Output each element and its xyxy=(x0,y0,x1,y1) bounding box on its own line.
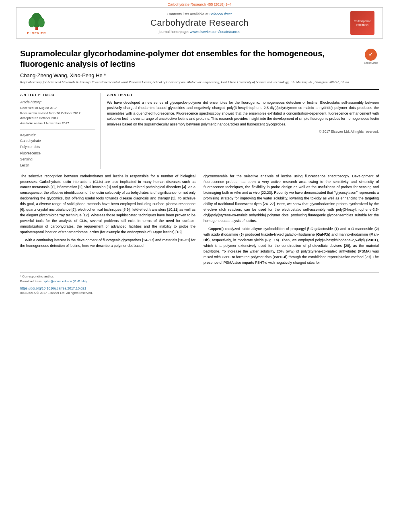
footnote-corresponding: * Corresponding author. xyxy=(20,274,379,279)
crossmark-icon: ✓ xyxy=(365,49,377,61)
keyword-carbohydrate: Carbohydrate xyxy=(20,138,95,144)
homepage-line: journal homepage: www.elsevier.com/locat… xyxy=(53,30,346,34)
contents-label-text: Contents lists available at xyxy=(167,12,208,16)
journal-logo-area: Carbohydrate Research xyxy=(346,11,378,35)
body-text: The selective recognition between carboh… xyxy=(20,174,379,268)
crossmark-badge[interactable]: ✓ CrossMark xyxy=(363,48,379,64)
received-revised-date: Received in revised form 26 October 2017 xyxy=(20,111,95,116)
crossmark-label: CrossMark xyxy=(364,62,378,64)
issn-line: 0008-6215/© 2017 Elsevier Ltd. All right… xyxy=(20,291,379,295)
journal-header-center: Contents lists available at ScienceDirec… xyxy=(53,12,346,34)
accepted-date: Accepted 27 October 2017 xyxy=(20,116,95,121)
journal-title: Carbohydrate Research xyxy=(53,18,346,28)
divider xyxy=(20,129,95,130)
body-para-1: The selective recognition between carboh… xyxy=(20,174,195,235)
keywords-list: Carbohydrate Polymer dots Fluorescence S… xyxy=(20,138,95,168)
journal-reference: Carbohydrate Research 455 (2018) 1–4 xyxy=(0,0,399,7)
elsevier-logo-area: ELSEVIER xyxy=(21,11,53,35)
homepage-label: journal homepage: xyxy=(159,30,189,34)
journal-logo-text: Carbohydrate Research xyxy=(354,19,371,27)
keyword-lectin: Lectin xyxy=(20,162,95,168)
authors: Chang-Zheng Wang, Xiao-Peng He * xyxy=(20,72,379,78)
sciencedirect-link[interactable]: ScienceDirect xyxy=(210,12,232,16)
affiliation: Key Laboratory for Advanced Materials & … xyxy=(20,80,379,85)
body-para-3: glycoensemble for the selective analysis… xyxy=(204,174,379,224)
contents-line: Contents lists available at ScienceDirec… xyxy=(53,12,346,16)
svg-point-3 xyxy=(38,18,45,27)
article-title: Supramolecular glycorhodamine-polymer do… xyxy=(20,48,355,69)
abstract-label: ABSTRACT xyxy=(107,93,379,97)
journal-header-box: ELSEVIER Contents lists available at Sci… xyxy=(16,7,383,39)
keyword-fluorescence: Fluorescence xyxy=(20,150,95,156)
authors-text: Chang-Zheng Wang, Xiao-Peng He * xyxy=(20,72,106,78)
article-dates: Received 10 August 2017 Received in revi… xyxy=(20,106,95,126)
article-content: Supramolecular glycorhodamine-polymer do… xyxy=(0,39,399,268)
corresponding-label: * Corresponding author. xyxy=(20,275,54,278)
email-label: E-mail address: xyxy=(20,279,43,283)
body-right-col: glycoensemble for the selective analysis… xyxy=(204,174,379,268)
keyword-sensing: Sensing xyxy=(20,156,95,162)
body-para-2: With a continuing interest in the develo… xyxy=(20,238,195,249)
body-left-col: The selective recognition between carboh… xyxy=(20,174,195,268)
elsevier-logo-text: ELSEVIER xyxy=(27,31,46,35)
article-info-label: ARTICLE INFO xyxy=(20,93,95,97)
elsevier-tree-icon xyxy=(25,11,49,31)
history-label: Article history: xyxy=(20,100,95,104)
received-date: Received 10 August 2017 xyxy=(20,106,95,111)
doi-line[interactable]: https://doi.org/10.1016/j.carres.2017.10… xyxy=(20,286,379,290)
page: Carbohydrate Research 455 (2018) 1–4 ELS… xyxy=(0,0,399,532)
available-date: Available online 1 November 2017 xyxy=(20,121,95,126)
article-info-abstract-row: ARTICLE INFO Article history: Received 1… xyxy=(20,89,379,169)
copyright-text: © 2017 Elsevier Ltd. All rights reserved… xyxy=(107,129,379,134)
article-info-col: ARTICLE INFO Article history: Received 1… xyxy=(20,93,101,169)
abstract-col: ABSTRACT We have developed a new series … xyxy=(107,93,379,169)
body-para-4: Copper(I)-catalyzed azide-alkyne cycload… xyxy=(204,226,379,266)
keywords-label: Keywords: xyxy=(20,133,95,137)
journal-ref-text: Carbohydrate Research 455 (2018) 1–4 xyxy=(167,2,231,6)
title-row: Supramolecular glycorhodamine-polymer do… xyxy=(20,48,379,69)
footnote-area: * Corresponding author. E-mail address: … xyxy=(20,272,379,284)
email-address[interactable]: xphe@ecust.edu.cn (X.-P. He). xyxy=(43,279,88,283)
abstract-text: We have developed a new series of glycop… xyxy=(107,100,379,127)
keyword-polymer-dots: Polymer dots xyxy=(20,144,95,150)
footnote-email: E-mail address: xphe@ecust.edu.cn (X.-P.… xyxy=(20,279,379,284)
svg-point-2 xyxy=(29,18,35,27)
homepage-url[interactable]: www.elsevier.com/locate/carres xyxy=(190,30,241,34)
doi-text: https://doi.org/10.1016/j.carres.2017.10… xyxy=(20,286,86,290)
journal-logo-icon: Carbohydrate Research xyxy=(350,11,374,35)
